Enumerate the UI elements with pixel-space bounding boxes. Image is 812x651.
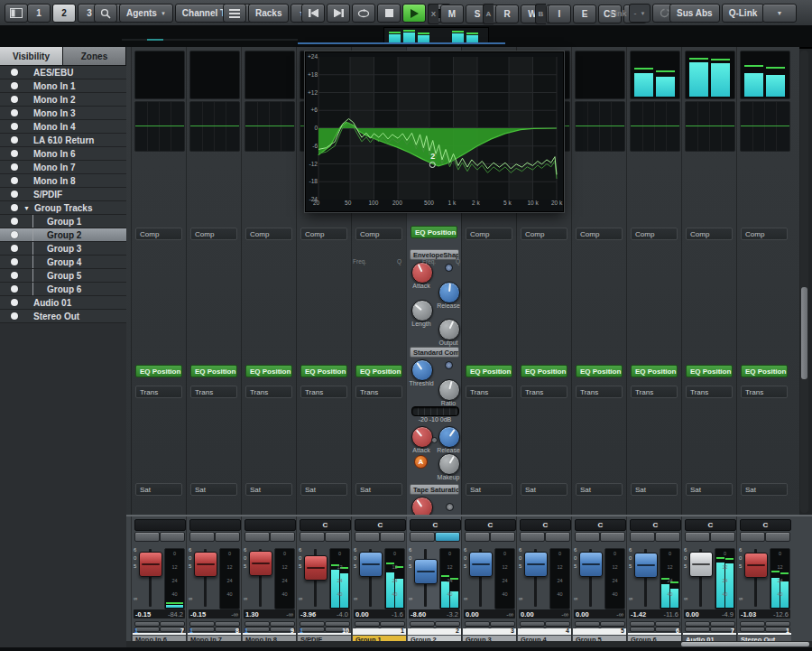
slot-comp-button[interactable]: Comp <box>190 228 237 240</box>
visibility-dot-icon[interactable] <box>11 123 18 130</box>
knob-release[interactable] <box>438 282 460 303</box>
view-config-1-button[interactable]: 1 <box>27 4 51 23</box>
fader-cap[interactable] <box>744 553 768 578</box>
fader-cap[interactable] <box>414 559 438 584</box>
inserts-state-button[interactable] <box>435 532 460 542</box>
pan-control[interactable]: C <box>355 519 406 531</box>
sidebar-item-group-3[interactable]: Group 3 <box>0 242 126 256</box>
slot-eq-position-button[interactable]: EQ Position <box>631 365 678 377</box>
slot-eq-position-button[interactable]: EQ Position <box>190 365 237 377</box>
mute-button[interactable]: M <box>440 5 464 23</box>
slot-trans-button[interactable]: Trans <box>135 386 182 398</box>
slot-sat-button[interactable]: Sat <box>466 483 512 496</box>
racks-menu-button[interactable] <box>223 4 246 23</box>
cycle-button[interactable] <box>352 4 375 23</box>
pan-control[interactable] <box>134 519 186 531</box>
edit-channel-button[interactable] <box>630 532 655 542</box>
sidebar-item-mono-in-6[interactable]: Mono In 6 <box>0 147 126 161</box>
pan-control[interactable]: C <box>575 519 626 531</box>
knob-ratio[interactable] <box>438 379 460 401</box>
visibility-dot-icon[interactable] <box>11 163 18 171</box>
view-config-2-button[interactable]: 2 <box>52 4 76 23</box>
visibility-dot-icon[interactable] <box>11 231 18 238</box>
fader-cap[interactable] <box>194 552 217 577</box>
edit-channel-button[interactable] <box>134 532 160 542</box>
channel-color-bar[interactable]: 1 <box>353 628 406 635</box>
edit-channel-button[interactable] <box>575 532 600 542</box>
visibility-dot-icon[interactable] <box>11 218 18 225</box>
sidebar-item-group-6[interactable]: Group 6 <box>0 283 126 296</box>
pan-control[interactable] <box>189 519 241 531</box>
visibility-dot-icon[interactable] <box>11 82 18 89</box>
slot-sat-button[interactable]: Sat <box>245 483 292 496</box>
fader-cap[interactable] <box>359 552 383 577</box>
inserts-state-button[interactable] <box>270 532 295 542</box>
knob-makeup[interactable] <box>438 453 460 475</box>
edit-channel-button[interactable] <box>300 532 325 542</box>
pan-control[interactable]: C <box>410 519 461 531</box>
read-automation-button[interactable]: R <box>495 5 519 23</box>
visibility-dot-icon[interactable] <box>11 204 18 211</box>
tab-zones[interactable]: Zones <box>63 47 126 65</box>
pan-control[interactable]: C <box>520 519 571 531</box>
slot-comp-button[interactable]: Comp <box>135 228 182 240</box>
fader-cap[interactable] <box>634 553 658 578</box>
slot-trans-button[interactable]: Trans <box>466 386 512 398</box>
slot-comp-button[interactable]: Comp <box>521 228 567 240</box>
edit-channel-button[interactable] <box>189 532 215 542</box>
pan-control[interactable]: C <box>685 519 736 531</box>
slot-comp-button[interactable]: Comp <box>466 228 512 240</box>
channel-color-bar[interactable]: 71 <box>133 628 186 635</box>
sidebar-item-group-2[interactable]: Group 2 <box>0 228 126 242</box>
visibility-dot-icon[interactable] <box>11 69 18 76</box>
fader-cap[interactable] <box>249 551 272 576</box>
edit-channel-button[interactable] <box>355 532 380 542</box>
visibility-dot-icon[interactable] <box>11 285 18 293</box>
sidebar-item-stereo-out[interactable]: Stereo Out <box>0 310 126 323</box>
slot-comp-button[interactable]: Comp <box>741 228 788 240</box>
eq-graph[interactable]: 2 <box>306 52 563 211</box>
fader-cap[interactable] <box>304 555 328 581</box>
inserts-state-button[interactable] <box>490 532 515 542</box>
bypass-eq-button[interactable]: E <box>573 5 596 23</box>
visibility-dot-icon[interactable] <box>11 258 18 265</box>
slot-eq-position-button[interactable]: EQ Position <box>686 365 733 377</box>
channel-color-bar[interactable]: 2 <box>408 628 461 635</box>
rack-vertical-scrollbar[interactable] <box>800 51 808 513</box>
channel-color-bar[interactable]: 81 <box>188 628 241 635</box>
visibility-dot-icon[interactable] <box>11 299 18 306</box>
slot-trans-button[interactable]: Trans <box>190 386 237 398</box>
visibility-dot-icon[interactable] <box>11 191 18 198</box>
sidebar-item-group-5[interactable]: Group 5 <box>0 269 126 283</box>
scrollbar-thumb[interactable] <box>681 642 809 646</box>
channel-color-bar[interactable]: 3 <box>463 628 516 635</box>
slot-eq-position-button[interactable]: EQ Position <box>135 365 182 377</box>
slot-comp-button[interactable]: Comp <box>245 228 292 240</box>
slot-trans-button[interactable]: Trans <box>631 386 678 398</box>
inserts-state-button[interactable] <box>710 532 735 542</box>
channel-color-bar[interactable]: 1 <box>738 628 791 635</box>
eq-thumbnail[interactable] <box>575 101 625 152</box>
slot-sat-button[interactable]: Sat <box>300 483 347 496</box>
mixer-horizontal-scrollbar[interactable] <box>126 641 812 647</box>
eq-thumbnail[interactable] <box>189 101 240 152</box>
module-header-standard-compressor[interactable]: Standard Compres <box>410 347 459 358</box>
slot-trans-button[interactable]: Trans <box>300 386 347 398</box>
sidebar-item-mono-in-1[interactable]: Mono In 1 <box>0 79 126 93</box>
knob-comp-release[interactable] <box>438 426 460 448</box>
edit-channel-button[interactable] <box>410 532 435 542</box>
visibility-dot-icon[interactable] <box>11 272 18 279</box>
pan-control[interactable]: C <box>740 519 791 531</box>
slot-trans-button[interactable]: Trans <box>245 386 292 398</box>
inserts-state-button[interactable] <box>380 532 405 542</box>
slot-comp-button[interactable]: Comp <box>300 228 347 240</box>
visibility-dot-icon[interactable] <box>11 136 18 144</box>
sidebar-item-group-1[interactable]: Group 1 <box>0 215 126 228</box>
play-button[interactable] <box>402 4 426 23</box>
agents-button[interactable]: Agents▼ <box>119 4 173 23</box>
slot-sat-button[interactable]: Sat <box>135 483 182 496</box>
sidebar-item-group-tracks[interactable]: ▼Group Tracks <box>0 201 126 215</box>
slot-comp-button[interactable]: Comp <box>355 228 402 240</box>
sidebar-item-group-4[interactable]: Group 4 <box>0 256 126 269</box>
fader-cap[interactable] <box>524 552 548 577</box>
